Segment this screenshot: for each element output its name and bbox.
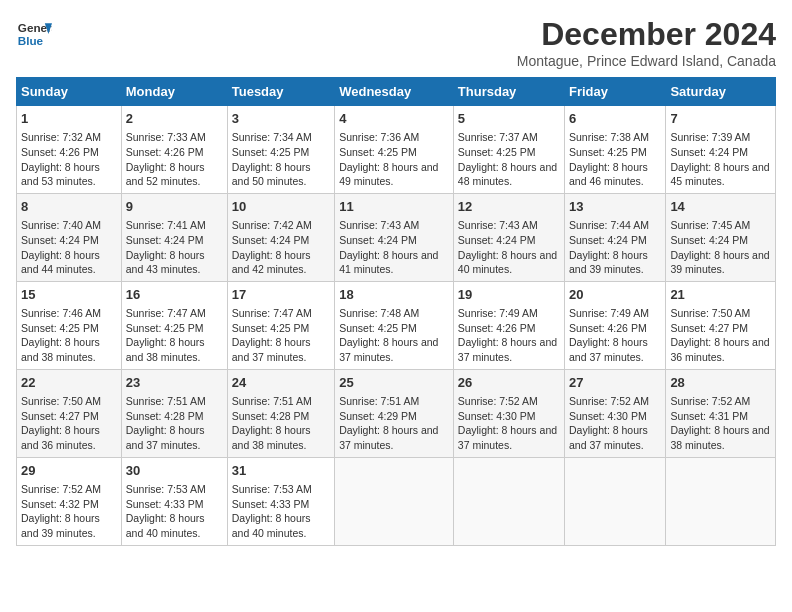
daylight: Daylight: 8 hours and 38 minutes. <box>126 336 205 363</box>
header-cell-sunday: Sunday <box>17 78 122 106</box>
week-row-3: 15Sunrise: 7:46 AMSunset: 4:25 PMDayligh… <box>17 281 776 369</box>
calendar-cell: 28Sunrise: 7:52 AMSunset: 4:31 PMDayligh… <box>666 369 776 457</box>
title-area: December 2024 Montague, Prince Edward Is… <box>517 16 776 69</box>
sunrise: Sunrise: 7:49 AM <box>569 307 649 319</box>
calendar-cell: 12Sunrise: 7:43 AMSunset: 4:24 PMDayligh… <box>453 193 564 281</box>
day-number: 16 <box>126 286 223 304</box>
day-number: 1 <box>21 110 117 128</box>
logo: General Blue <box>16 16 52 52</box>
header-row: SundayMondayTuesdayWednesdayThursdayFrid… <box>17 78 776 106</box>
sunset: Sunset: 4:28 PM <box>126 410 204 422</box>
sunset: Sunset: 4:24 PM <box>339 234 417 246</box>
sunset: Sunset: 4:25 PM <box>232 322 310 334</box>
day-number: 13 <box>569 198 661 216</box>
calendar-cell: 18Sunrise: 7:48 AMSunset: 4:25 PMDayligh… <box>335 281 454 369</box>
day-number: 22 <box>21 374 117 392</box>
sunrise: Sunrise: 7:33 AM <box>126 131 206 143</box>
sunset: Sunset: 4:25 PM <box>569 146 647 158</box>
daylight: Daylight: 8 hours and 50 minutes. <box>232 161 311 188</box>
day-number: 27 <box>569 374 661 392</box>
day-number: 4 <box>339 110 449 128</box>
daylight: Daylight: 8 hours and 42 minutes. <box>232 249 311 276</box>
week-row-2: 8Sunrise: 7:40 AMSunset: 4:24 PMDaylight… <box>17 193 776 281</box>
calendar-cell: 13Sunrise: 7:44 AMSunset: 4:24 PMDayligh… <box>565 193 666 281</box>
daylight: Daylight: 8 hours and 37 minutes. <box>569 424 648 451</box>
sunset: Sunset: 4:24 PM <box>670 234 748 246</box>
calendar-cell: 22Sunrise: 7:50 AMSunset: 4:27 PMDayligh… <box>17 369 122 457</box>
day-number: 17 <box>232 286 330 304</box>
sunset: Sunset: 4:24 PM <box>569 234 647 246</box>
sunset: Sunset: 4:27 PM <box>21 410 99 422</box>
calendar-cell: 16Sunrise: 7:47 AMSunset: 4:25 PMDayligh… <box>121 281 227 369</box>
calendar-cell: 20Sunrise: 7:49 AMSunset: 4:26 PMDayligh… <box>565 281 666 369</box>
sunrise: Sunrise: 7:43 AM <box>339 219 419 231</box>
sunrise: Sunrise: 7:52 AM <box>569 395 649 407</box>
calendar-cell <box>565 457 666 545</box>
header-cell-monday: Monday <box>121 78 227 106</box>
daylight: Daylight: 8 hours and 37 minutes. <box>458 424 557 451</box>
sunrise: Sunrise: 7:37 AM <box>458 131 538 143</box>
sunset: Sunset: 4:26 PM <box>458 322 536 334</box>
calendar-cell: 29Sunrise: 7:52 AMSunset: 4:32 PMDayligh… <box>17 457 122 545</box>
svg-text:Blue: Blue <box>18 34 44 47</box>
day-number: 5 <box>458 110 560 128</box>
day-number: 3 <box>232 110 330 128</box>
day-number: 7 <box>670 110 771 128</box>
sunset: Sunset: 4:26 PM <box>21 146 99 158</box>
page-header: General Blue December 2024 Montague, Pri… <box>16 16 776 69</box>
calendar-cell <box>335 457 454 545</box>
daylight: Daylight: 8 hours and 36 minutes. <box>21 424 100 451</box>
calendar-cell: 8Sunrise: 7:40 AMSunset: 4:24 PMDaylight… <box>17 193 122 281</box>
sunset: Sunset: 4:24 PM <box>458 234 536 246</box>
sunrise: Sunrise: 7:52 AM <box>670 395 750 407</box>
daylight: Daylight: 8 hours and 46 minutes. <box>569 161 648 188</box>
sunrise: Sunrise: 7:44 AM <box>569 219 649 231</box>
day-number: 18 <box>339 286 449 304</box>
day-number: 28 <box>670 374 771 392</box>
sunset: Sunset: 4:28 PM <box>232 410 310 422</box>
daylight: Daylight: 8 hours and 38 minutes. <box>21 336 100 363</box>
sunset: Sunset: 4:25 PM <box>126 322 204 334</box>
sunset: Sunset: 4:30 PM <box>569 410 647 422</box>
calendar-cell: 21Sunrise: 7:50 AMSunset: 4:27 PMDayligh… <box>666 281 776 369</box>
header-cell-thursday: Thursday <box>453 78 564 106</box>
sunrise: Sunrise: 7:40 AM <box>21 219 101 231</box>
day-number: 21 <box>670 286 771 304</box>
calendar-cell: 5Sunrise: 7:37 AMSunset: 4:25 PMDaylight… <box>453 106 564 194</box>
calendar-cell: 31Sunrise: 7:53 AMSunset: 4:33 PMDayligh… <box>227 457 334 545</box>
day-number: 24 <box>232 374 330 392</box>
header-cell-friday: Friday <box>565 78 666 106</box>
daylight: Daylight: 8 hours and 40 minutes. <box>126 512 205 539</box>
day-number: 19 <box>458 286 560 304</box>
calendar-cell: 14Sunrise: 7:45 AMSunset: 4:24 PMDayligh… <box>666 193 776 281</box>
daylight: Daylight: 8 hours and 44 minutes. <box>21 249 100 276</box>
logo-icon: General Blue <box>16 16 52 52</box>
calendar-cell: 25Sunrise: 7:51 AMSunset: 4:29 PMDayligh… <box>335 369 454 457</box>
calendar-cell: 2Sunrise: 7:33 AMSunset: 4:26 PMDaylight… <box>121 106 227 194</box>
calendar-cell: 10Sunrise: 7:42 AMSunset: 4:24 PMDayligh… <box>227 193 334 281</box>
daylight: Daylight: 8 hours and 38 minutes. <box>670 424 769 451</box>
sunrise: Sunrise: 7:42 AM <box>232 219 312 231</box>
daylight: Daylight: 8 hours and 40 minutes. <box>232 512 311 539</box>
daylight: Daylight: 8 hours and 49 minutes. <box>339 161 438 188</box>
daylight: Daylight: 8 hours and 36 minutes. <box>670 336 769 363</box>
sunset: Sunset: 4:25 PM <box>339 322 417 334</box>
sunrise: Sunrise: 7:51 AM <box>126 395 206 407</box>
daylight: Daylight: 8 hours and 37 minutes. <box>339 336 438 363</box>
sunset: Sunset: 4:25 PM <box>232 146 310 158</box>
calendar-cell: 1Sunrise: 7:32 AMSunset: 4:26 PMDaylight… <box>17 106 122 194</box>
sunset: Sunset: 4:26 PM <box>569 322 647 334</box>
sunset: Sunset: 4:25 PM <box>458 146 536 158</box>
day-number: 2 <box>126 110 223 128</box>
day-number: 29 <box>21 462 117 480</box>
day-number: 26 <box>458 374 560 392</box>
calendar-cell: 23Sunrise: 7:51 AMSunset: 4:28 PMDayligh… <box>121 369 227 457</box>
calendar-cell: 6Sunrise: 7:38 AMSunset: 4:25 PMDaylight… <box>565 106 666 194</box>
sunrise: Sunrise: 7:47 AM <box>126 307 206 319</box>
day-number: 6 <box>569 110 661 128</box>
daylight: Daylight: 8 hours and 39 minutes. <box>670 249 769 276</box>
sunrise: Sunrise: 7:45 AM <box>670 219 750 231</box>
calendar-cell: 15Sunrise: 7:46 AMSunset: 4:25 PMDayligh… <box>17 281 122 369</box>
sunset: Sunset: 4:27 PM <box>670 322 748 334</box>
sunset: Sunset: 4:32 PM <box>21 498 99 510</box>
